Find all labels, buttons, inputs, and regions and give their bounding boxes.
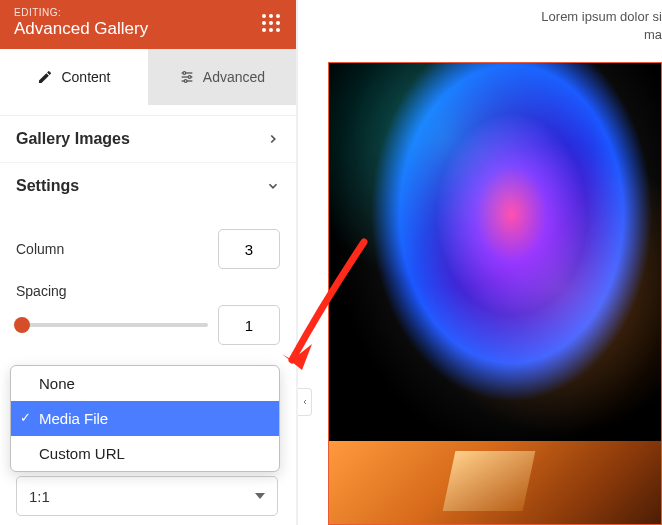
section-settings[interactable]: Settings bbox=[0, 162, 296, 209]
panel-header: EDITING: Advanced Gallery bbox=[0, 0, 296, 49]
spacing-label: Spacing bbox=[16, 283, 280, 299]
tab-bar: Content Advanced bbox=[0, 49, 296, 105]
svg-marker-6 bbox=[255, 493, 265, 499]
pencil-icon bbox=[37, 69, 53, 85]
settings-controls: Column Spacing bbox=[0, 209, 296, 377]
section-gallery-images[interactable]: Gallery Images bbox=[0, 115, 296, 162]
svg-point-5 bbox=[184, 80, 187, 83]
lorem-line-2: ma bbox=[644, 27, 662, 42]
link-to-dropdown[interactable]: None Media File Custom URL bbox=[10, 365, 280, 472]
chevron-left-icon bbox=[301, 398, 309, 406]
sidebar-collapse-handle[interactable] bbox=[298, 388, 312, 416]
svg-point-3 bbox=[183, 72, 186, 75]
gallery-image-1 bbox=[329, 63, 661, 441]
aspect-ratio-select[interactable]: 1:1 bbox=[16, 476, 278, 516]
tab-content-label: Content bbox=[61, 69, 110, 85]
column-row: Column bbox=[16, 229, 280, 269]
gallery-image-2 bbox=[329, 441, 661, 525]
spacing-row bbox=[16, 305, 280, 345]
spacing-slider[interactable] bbox=[16, 323, 208, 327]
tab-content[interactable]: Content bbox=[0, 49, 148, 105]
chevron-right-icon bbox=[266, 132, 280, 146]
editor-canvas: Lorem ipsum dolor si ma bbox=[314, 0, 662, 525]
chevron-down-icon bbox=[266, 179, 280, 193]
section-gallery-images-title: Gallery Images bbox=[16, 130, 130, 148]
spacing-slider-thumb[interactable] bbox=[14, 317, 30, 333]
placeholder-text: Lorem ipsum dolor si ma bbox=[522, 8, 662, 44]
drag-handle-icon[interactable] bbox=[260, 12, 282, 34]
aspect-ratio-value: 1:1 bbox=[29, 488, 50, 505]
column-input[interactable] bbox=[218, 229, 280, 269]
dropdown-option-none[interactable]: None bbox=[11, 366, 279, 401]
gallery-block-frame[interactable] bbox=[328, 62, 662, 525]
dropdown-option-custom-url[interactable]: Custom URL bbox=[11, 436, 279, 471]
section-settings-title: Settings bbox=[16, 177, 79, 195]
editing-label: EDITING: bbox=[14, 7, 282, 18]
spacing-input[interactable] bbox=[218, 305, 280, 345]
lorem-line-1: Lorem ipsum dolor si bbox=[541, 9, 662, 24]
tab-advanced-label: Advanced bbox=[203, 69, 265, 85]
panel-title: Advanced Gallery bbox=[14, 19, 282, 39]
column-label: Column bbox=[16, 241, 64, 257]
svg-point-4 bbox=[188, 76, 191, 79]
caret-down-icon bbox=[255, 491, 265, 501]
tab-advanced[interactable]: Advanced bbox=[148, 49, 296, 105]
sliders-icon bbox=[179, 69, 195, 85]
dropdown-option-media-file[interactable]: Media File bbox=[11, 401, 279, 436]
